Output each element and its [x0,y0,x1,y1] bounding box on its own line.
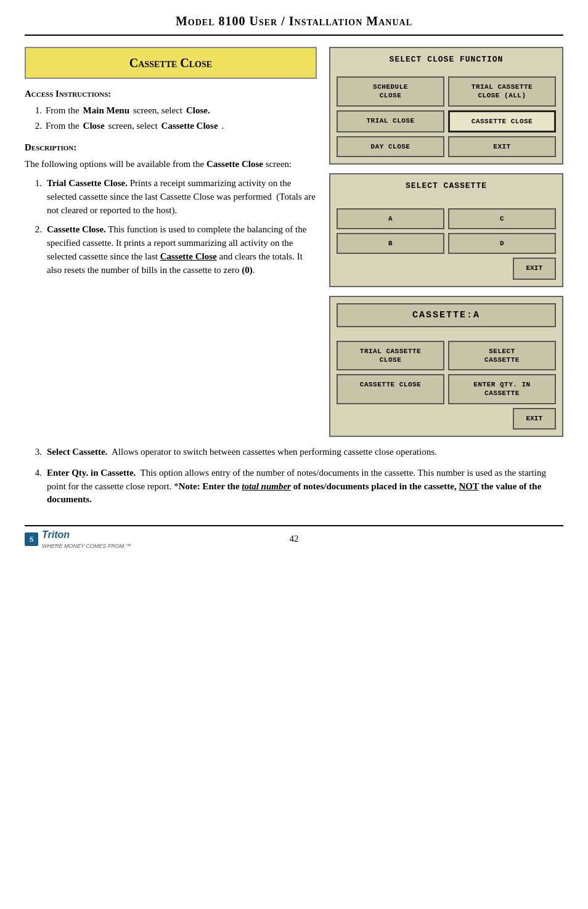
description-list: Trial Cassette Close. Prints a receipt s… [31,177,317,277]
note-bold: Note: Enter the total number of notes/do… [47,481,541,505]
day-close-btn[interactable]: DAY CLOSE [337,136,444,157]
triton-tagline: WHERE MONEY COMES FROM.™ [42,542,131,550]
select-close-function-screen: SELECT CLOSE FUNCTION SCHEDULECLOSE TRIA… [329,47,563,165]
trial-cassette-close-all-btn[interactable]: TRIAL CASSETTECLOSE (ALL) [448,76,556,107]
triton-wordmark: Triton [42,528,131,542]
total-number-underline: total number [242,481,291,491]
access-list-item: From the Close screen, select Cassette C… [31,120,317,132]
main-layout: Cassette Close Access Instructions: From… [25,47,563,437]
screen2-title: SELECT CASSETTE [337,181,556,192]
cassette-c-btn[interactable]: C [448,208,556,229]
triton-logo: S Triton WHERE MONEY COMES FROM.™ [25,528,131,550]
desc-list-item-2: Cassette Close. This function is used to… [31,223,317,277]
page-container: Model 8100 User / Installation Manual Ca… [0,0,588,909]
cassette-d-btn[interactable]: D [448,233,556,254]
enter-qty-btn[interactable]: ENTER QTY. INCASSETTE [448,374,556,404]
trial-cassette-close-btn[interactable]: TRIAL CASSETTECLOSE [337,341,444,371]
not-underline: NOT [459,481,478,491]
cassette-close-inline: Cassette Close [206,159,263,169]
triton-logo-text-group: Triton WHERE MONEY COMES FROM.™ [42,528,131,550]
screen1-title: SELECT CLOSE FUNCTION [337,54,556,65]
screen3-grid: TRIAL CASSETTECLOSE SELECTCASSETTE CASSE… [337,341,556,404]
cassette-letter-grid: A C B D [337,208,556,255]
access-instructions-heading: Access Instructions: [25,88,317,100]
page-footer: S Triton WHERE MONEY COMES FROM.™ 42 [25,525,563,545]
select-cassette-btn[interactable]: SELECTCASSETTE [448,341,556,371]
screen1-exit-btn[interactable]: EXIT [448,136,556,157]
cassette-close-btn-2[interactable]: CASSETTE CLOSE [337,374,444,404]
right-column: SELECT CLOSE FUNCTION SCHEDULECLOSE TRIA… [329,47,563,437]
close-bold-2: Close [83,120,105,132]
triton-name: Triton [42,529,70,540]
bottom-item-4: Enter Qty. in Cassette. This option allo… [31,467,563,507]
trial-close-btn[interactable]: TRIAL CLOSE [337,110,444,132]
screen3-exit-btn[interactable]: EXIT [513,408,556,430]
screen2-exit-btn[interactable]: EXIT [513,258,556,279]
page-title: Model 8100 User / Installation Manual [25,12,563,30]
bottom-item-4-content: Enter Qty. in Cassette. This option allo… [47,467,563,507]
screen3-exit-row: EXIT [337,408,556,430]
cassette-close-bold: Cassette Close [161,120,218,132]
schedule-close-btn[interactable]: SCHEDULECLOSE [337,76,444,107]
zero-bold: (0) [242,265,253,275]
description-heading: Description: [25,141,317,154]
desc-item-1-content: Trial Cassette Close. Prints a receipt s… [47,177,317,217]
screen1-grid: SCHEDULECLOSE TRIAL CASSETTECLOSE (ALL) … [337,76,556,157]
bottom-list: Select Cassette. Allows operator to swit… [31,446,563,507]
description-intro: The following options will be available … [25,158,317,171]
cassette-a-screen: CASSETTE:A TRIAL CASSETTECLOSE SELECTCAS… [329,296,563,438]
access-list: From the Main Menu screen, select Close.… [31,104,317,132]
bottom-item-3: Select Cassette. Allows operator to swit… [31,446,563,459]
select-cassette-heading: Select Cassette. [47,447,107,457]
main-menu-bold: Main Menu [83,104,129,117]
trial-cassette-close-label: Trial Cassette Close. [47,178,128,188]
cassette-a-title: CASSETTE:A [337,303,556,327]
desc-list-item-1: Trial Cassette Close. Prints a receipt s… [31,177,317,217]
access-list-item: From the Main Menu screen, select Close. [31,104,317,117]
cassette-close-btn[interactable]: CASSETTE CLOSE [448,110,556,132]
triton-s-icon: S [25,532,38,546]
desc-item-2-content: Cassette Close. This function is used to… [47,223,317,277]
select-cassette-screen: SELECT CASSETTE A C B D EXIT [329,173,563,287]
cassette-a-btn[interactable]: A [337,208,444,229]
left-column: Cassette Close Access Instructions: From… [25,47,317,285]
screen2-exit-row: EXIT [337,258,556,279]
enter-qty-heading: Enter Qty. in Cassette. [47,468,136,478]
cassette-close-underline: Cassette Close [160,251,217,261]
close-bold: Close. [186,104,210,117]
cassette-b-btn[interactable]: B [337,233,444,254]
bottom-item-3-content: Select Cassette. Allows operator to swit… [47,446,563,459]
cassette-close-label: Cassette Close. [47,224,106,234]
cassette-close-title: Cassette Close [25,47,317,79]
page-header: Model 8100 User / Installation Manual [25,12,563,36]
